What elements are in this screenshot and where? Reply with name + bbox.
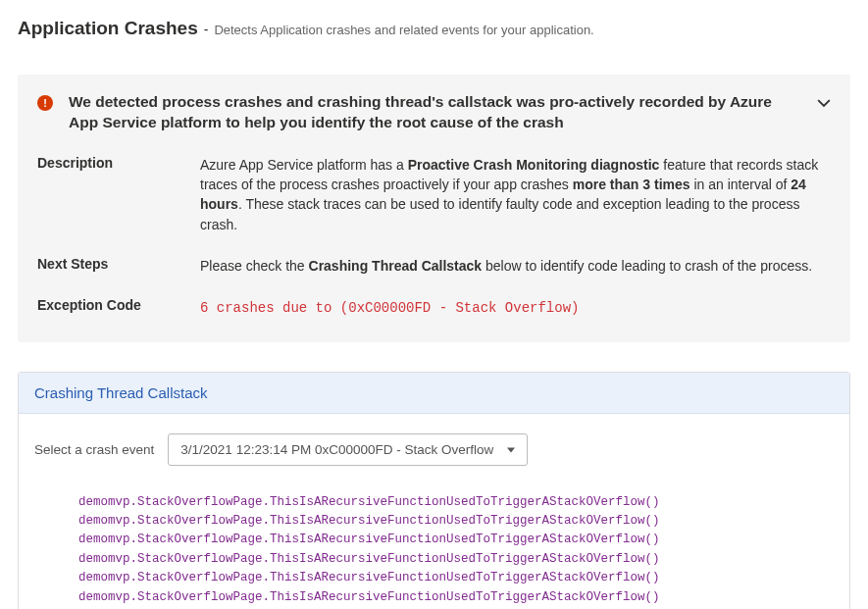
page-title: Application Crashes: [18, 18, 198, 39]
callstack-panel: Crashing Thread Callstack Select a crash…: [18, 372, 850, 609]
detail-value: 6 crashes due to (0xC00000FD - Stack Ove…: [200, 297, 831, 318]
text: below to identify code leading to crash …: [482, 258, 812, 274]
detail-row-description: Description Azure App Service platform h…: [37, 155, 831, 234]
detail-label: Exception Code: [37, 297, 200, 318]
text-bold: Proactive Crash Monitoring diagnostic: [408, 157, 660, 173]
stack-frame: demomvp.StackOverflowPage.ThisIsARecursi…: [78, 531, 834, 549]
text-bold: more than 3 times: [573, 177, 690, 192]
stack-frame: demomvp.StackOverflowPage.ThisIsARecursi…: [78, 493, 834, 512]
callstack-list: demomvp.StackOverflowPage.ThisIsARecursi…: [34, 493, 834, 609]
chevron-down-icon[interactable]: [817, 96, 831, 110]
stack-frame: demomvp.StackOverflowPage.ThisIsARecursi…: [78, 588, 834, 607]
exception-code-text: 6 crashes due to (0xC00000FD - Stack Ove…: [200, 300, 579, 316]
text: in an interval of: [690, 177, 791, 192]
text-bold: Crashing Thread Callstack: [309, 258, 483, 274]
text: Please check the: [200, 258, 309, 274]
header-separator: -: [204, 22, 209, 37]
stack-frame: demomvp.StackOverflowPage.ThisIsARecursi…: [78, 550, 834, 569]
alert-title: We detected process crashes and crashing…: [69, 92, 801, 133]
page-header: Application Crashes - Detects Applicatio…: [18, 0, 850, 49]
text: . These stack traces can be used to iden…: [200, 196, 799, 231]
alert-header-row[interactable]: We detected process crashes and crashing…: [37, 92, 831, 133]
crash-event-label: Select a crash event: [34, 442, 154, 457]
detail-label: Description: [37, 155, 200, 234]
page-subtitle: Detects Application crashes and related …: [214, 23, 593, 37]
panel-title: Crashing Thread Callstack: [19, 373, 849, 414]
text: Azure App Service platform has a: [200, 157, 408, 173]
stack-frame: demomvp.StackOverflowPage.ThisIsARecursi…: [78, 569, 834, 587]
panel-body: Select a crash event 3/1/2021 12:23:14 P…: [19, 414, 849, 609]
crash-alert-card: We detected process crashes and crashing…: [18, 75, 850, 342]
error-icon: [37, 95, 53, 111]
detail-label: Next Steps: [37, 256, 200, 276]
crash-event-dropdown[interactable]: 3/1/2021 12:23:14 PM 0xC00000FD - Stack …: [168, 433, 528, 466]
detail-row-next-steps: Next Steps Please check the Crashing Thr…: [37, 256, 831, 276]
stack-frame: demomvp.StackOverflowPage.ThisIsARecursi…: [78, 512, 834, 531]
crash-event-select-row: Select a crash event 3/1/2021 12:23:14 P…: [34, 433, 834, 466]
detail-row-exception-code: Exception Code 6 crashes due to (0xC0000…: [37, 297, 831, 318]
detail-value: Azure App Service platform has a Proacti…: [200, 155, 831, 234]
detail-value: Please check the Crashing Thread Callsta…: [200, 256, 831, 276]
